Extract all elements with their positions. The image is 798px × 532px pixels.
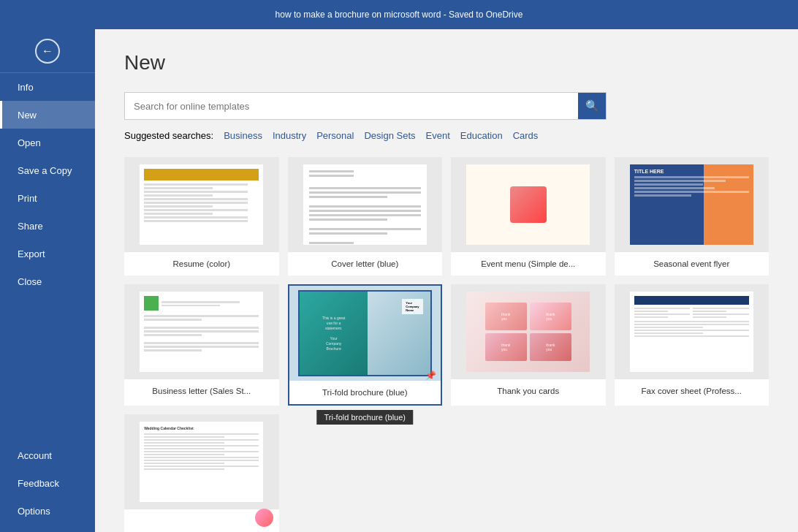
sidebar-item-label: Feedback (18, 478, 59, 489)
trifold-company-label: YourCompanyName (402, 299, 422, 314)
suggested-label: Suggested searches: (124, 130, 213, 141)
template-thumb: This is a greatuse for astatement.YourCo… (289, 286, 441, 381)
template-thumb (615, 284, 770, 379)
templates-grid: Resume (color) (124, 157, 769, 532)
template-name: Fax cover sheet (Profess... (615, 379, 770, 403)
template-seasonal-flyer[interactable]: TITLE HERE Seasonal event f (615, 157, 770, 276)
template-event-menu[interactable]: Event menu (Simple de... (451, 157, 606, 276)
sidebar-item-close[interactable]: Close (0, 267, 95, 295)
template-thumb (451, 157, 606, 252)
template-name: Tri-fold brochure (blue) (289, 381, 441, 404)
sidebar-item-label: Close (18, 276, 42, 287)
sidebar-item-label: Info (18, 82, 34, 93)
template-name: Seasonal event flyer (615, 252, 770, 276)
template-preview (466, 164, 590, 245)
sidebar-item-account[interactable]: Account (0, 441, 95, 469)
template-thumb (124, 157, 279, 252)
sidebar-item-label: Export (18, 248, 45, 259)
sidebar-item-options[interactable]: Options (0, 497, 95, 525)
template-thumb: Wedding Calendar Checklist (124, 414, 279, 509)
sidebar-item-info[interactable]: Info (0, 73, 95, 101)
template-name: Thank you cards (451, 379, 606, 403)
template-name: Resume (color) (124, 252, 279, 276)
page-title: New (124, 51, 769, 75)
suggested-link-personal[interactable]: Personal (316, 130, 354, 141)
pin-icon: 📌 (425, 370, 436, 381)
template-preview: thankyou thankyou thankyou thankyou (466, 292, 590, 372)
sidebar-item-label: Print (18, 193, 37, 204)
suggested-link-design-sets[interactable]: Design Sets (364, 130, 415, 141)
back-icon: ← (35, 39, 60, 64)
search-input[interactable] (125, 95, 578, 118)
search-button[interactable]: 🔍 (578, 93, 606, 119)
sidebar-bottom: Account Feedback Options (0, 441, 95, 532)
template-wedding-checklist[interactable]: Wedding Calendar Checklist (124, 414, 279, 532)
template-thumb: thankyou thankyou thankyou thankyou (451, 284, 606, 379)
template-business-letter[interactable]: Business letter (Sales St... (124, 284, 279, 406)
search-bar: 🔍 (124, 92, 607, 120)
suggested-link-business[interactable]: Business (224, 130, 262, 141)
sidebar-item-feedback[interactable]: Feedback (0, 469, 95, 497)
template-thumb (124, 284, 279, 379)
sidebar-item-label: Share (18, 221, 43, 232)
template-preview: This is a greatuse for astatement.YourCo… (298, 290, 432, 376)
sidebar-item-label: Options (18, 506, 50, 517)
trifold-right: YourCompanyName (368, 292, 430, 375)
template-preview (630, 292, 753, 372)
suggested-link-education[interactable]: Education (460, 130, 503, 141)
sidebar-item-label: Open (18, 137, 41, 148)
suggested-searches: Suggested searches: Business Industry Pe… (124, 130, 769, 141)
sidebar-item-save-copy[interactable]: Save a Copy (0, 156, 95, 184)
template-thumb: TITLE HERE (615, 157, 770, 252)
trifold-left: This is a greatuse for astatement.YourCo… (300, 292, 368, 375)
template-preview (140, 292, 263, 372)
tooltip: Tri-fold brochure (blue) (317, 410, 413, 425)
title-text: how to make a brochure on microsoft word… (276, 10, 523, 20)
suggested-link-cards[interactable]: Cards (513, 130, 539, 141)
template-cover-letter-blue[interactable]: Cover letter (blue) (288, 157, 443, 276)
sidebar-item-export[interactable]: Export (0, 240, 95, 267)
main-content: New 🔍 Suggested searches: Business Indus… (95, 29, 798, 532)
template-name: Cover letter (blue) (288, 252, 443, 276)
template-name: Business letter (Sales St... (124, 379, 279, 403)
template-trifold-brochure[interactable]: This is a greatuse for astatement.YourCo… (288, 284, 443, 406)
sidebar-item-new[interactable]: New (0, 101, 95, 129)
event-img (510, 186, 547, 223)
template-preview: TITLE HERE (630, 164, 753, 245)
sidebar-item-open[interactable]: Open (0, 129, 95, 156)
sidebar-item-label: Save a Copy (18, 165, 72, 176)
sidebar-item-label: Account (18, 450, 52, 461)
suggested-link-industry[interactable]: Industry (273, 130, 306, 141)
sidebar: ← Info New Open Save a Copy Print Share … (0, 29, 95, 532)
sidebar-item-print[interactable]: Print (0, 184, 95, 212)
template-thank-you-cards[interactable]: thankyou thankyou thankyou thankyou Than… (451, 284, 606, 406)
template-preview: Wedding Calendar Checklist (140, 422, 263, 502)
back-button[interactable]: ← (0, 29, 95, 73)
template-thumb (288, 157, 443, 252)
template-resume-color[interactable]: Resume (color) (124, 157, 279, 276)
template-name: Event menu (Simple de... (451, 252, 606, 276)
template-preview (303, 164, 427, 245)
template-fax-cover[interactable]: Fax cover sheet (Profess... (615, 284, 770, 406)
sidebar-item-share[interactable]: Share (0, 212, 95, 240)
sidebar-item-label: New (18, 110, 37, 121)
title-bar: how to make a brochure on microsoft word… (0, 0, 798, 29)
suggested-link-event[interactable]: Event (426, 130, 450, 141)
template-preview (140, 164, 263, 245)
